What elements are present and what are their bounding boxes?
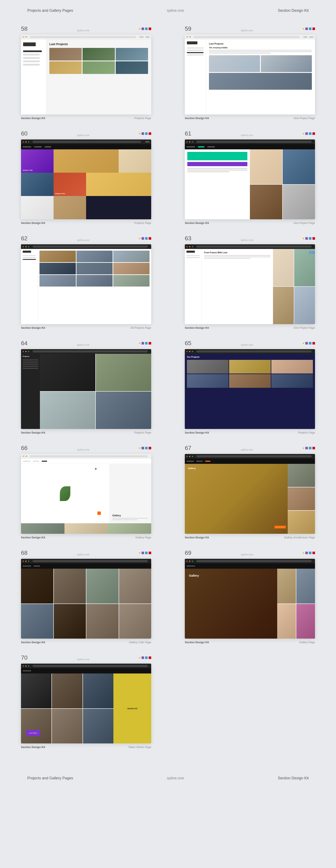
heart-icon-60: ♥ (139, 132, 141, 135)
card-67-section-label: Section Design Kit (185, 536, 209, 539)
card-63-preview[interactable]: From France With Love NEXT (185, 244, 315, 324)
card-61-img-3 (250, 185, 282, 219)
card-69-urlbar (196, 560, 312, 562)
card-62-main (38, 249, 151, 324)
card-62-img-3 (113, 251, 150, 262)
card-66-thumbs (21, 523, 151, 534)
card-66-nav-i3 (42, 461, 47, 462)
card-70-img-3 (83, 674, 113, 708)
card-63-nav-1 (186, 255, 200, 256)
card-61-meta: 61 spline.one ♥ (185, 130, 315, 137)
card-64-preview[interactable]: Projects (21, 349, 151, 429)
dot-r (23, 36, 24, 37)
purple-sq-62 (142, 237, 144, 240)
purple-sq-59 (305, 28, 308, 30)
card-65-grid (187, 360, 313, 388)
card-62-domain: spline.one (77, 239, 89, 242)
card-58-nav-5 (23, 64, 40, 66)
card-68-img-8 (119, 604, 151, 639)
card-68-preview[interactable] (21, 559, 151, 639)
red-sq-67 (312, 447, 315, 450)
heart-icon-65: ♥ (303, 342, 304, 345)
card-70-img-1 (21, 674, 52, 708)
card-61-page-label: One Project Page (294, 221, 315, 224)
purple-sq-70 (142, 656, 144, 659)
card-63-section-label: Section Design Kit (185, 326, 209, 330)
red-sq-60 (149, 132, 151, 135)
card-61-img-1 (250, 149, 282, 184)
card-65-img-4 (187, 374, 228, 388)
card-62-content (21, 249, 151, 324)
card-58-logo (23, 42, 36, 46)
card-68-img-6 (54, 604, 86, 639)
card-66-content: Gallery (21, 459, 151, 534)
card-70-img-6 (83, 709, 113, 744)
card-58-nav-4 (23, 61, 40, 62)
dot-y (25, 246, 27, 247)
card-66: 66 spline.one ♥ (21, 445, 151, 539)
card-60-cell-1: Section's Title (21, 149, 54, 173)
card-60-cell-text-1: Section's Title (23, 169, 33, 171)
card-61-green (187, 152, 247, 160)
card-69-topbar (185, 559, 315, 563)
card-62-preview[interactable] (21, 244, 151, 324)
purple-sq-60 (142, 132, 144, 135)
card-64-meta: 64 spline.one ♥ (21, 340, 151, 347)
card-65-preview[interactable]: Our Projects (185, 349, 315, 429)
blue-sq-66 (145, 447, 148, 450)
card-66-nav-i2 (33, 461, 39, 462)
card-69-nav-i1 (186, 565, 195, 566)
card-59-content: Last Projects The Amazing Hubble (185, 39, 315, 115)
heart-icon-64: ♥ (139, 342, 141, 345)
card-65-title: Our Projects (187, 356, 313, 358)
card-59-topbar (185, 35, 315, 39)
card-59-images (209, 55, 312, 90)
dot-g (26, 36, 27, 37)
blue-sq-68 (145, 552, 148, 554)
card-58-label: Section Design Kit Projects Page (21, 117, 151, 120)
card-68-label: Section Design Kit Gallery Cafe Page (21, 641, 151, 644)
dot-y (25, 351, 27, 352)
card-59-img-3 (209, 73, 312, 90)
card-61-section-label: Section Design Kit (185, 221, 209, 224)
card-64-urlbar (33, 350, 148, 352)
card-67-meta: 67 spline.one ♥ (185, 445, 315, 452)
card-67-preview[interactable]: Gallery Like Our Town © (185, 454, 315, 534)
card-67-nav-i3 (205, 461, 210, 462)
card-70-icons: ♥ (139, 656, 151, 659)
card-65: 65 spline.one ♥ (185, 340, 315, 434)
card-67-number: 67 (185, 445, 191, 452)
heart-icon-70: ♥ (139, 656, 141, 659)
heart-icon-59: ♥ (303, 27, 304, 30)
card-62-sidebar (21, 249, 38, 324)
card-70-purple-overlay: Our Works (26, 730, 40, 736)
dot-g (192, 246, 193, 247)
card-64-domain: spline.one (77, 343, 89, 346)
card-61-preview[interactable] (185, 140, 315, 219)
card-58-nav-1 (23, 51, 42, 52)
card-64-si-2 (23, 362, 38, 363)
card-69-preview[interactable]: Gallery (185, 559, 315, 639)
card-65-img-2 (229, 360, 271, 373)
card-64-si-5 (23, 368, 38, 369)
card-59-nav-3 (187, 52, 204, 53)
card-70-preview[interactable]: Our Works Section Kit (21, 663, 151, 743)
dot-y (189, 142, 190, 143)
purple-sq-67 (305, 447, 308, 450)
card-65-img-1 (187, 360, 228, 373)
card-58-preview[interactable]: Last Projects (21, 35, 151, 115)
card-66-preview[interactable]: Gallery (21, 454, 151, 534)
card-60-cell-2 (54, 149, 119, 173)
card-67-nav (185, 459, 315, 464)
card-68-icons: ♥ (139, 551, 151, 555)
card-64: 64 spline.one ♥ (21, 340, 151, 434)
card-60-preview[interactable]: Section's Title Design & Feel (21, 140, 151, 219)
dot-g (28, 561, 29, 562)
card-59-preview[interactable]: Last Projects The Amazing Hubble (185, 35, 315, 115)
card-58-section-label: Section Design Kit (21, 117, 45, 120)
card-62-img-2 (77, 251, 113, 262)
heart-icon-66: ♥ (139, 446, 141, 450)
red-sq-68 (149, 552, 151, 554)
card-61-body (185, 149, 315, 219)
card-67-overlay (185, 464, 288, 534)
